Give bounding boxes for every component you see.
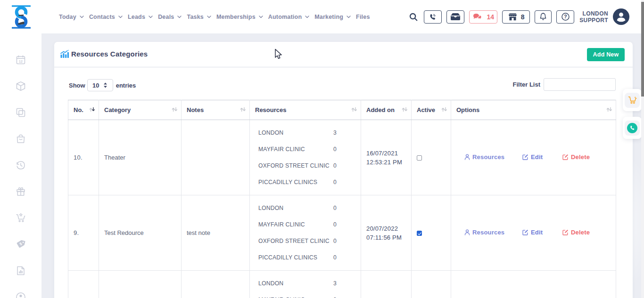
cell-category: Test Redource bbox=[99, 195, 182, 271]
table-body: 10. Theater LONDON3MAYFAIR CLINIC0OXFORD… bbox=[68, 120, 616, 298]
card-header: Resources Categories Add New bbox=[54, 42, 633, 67]
page-scrollbar[interactable] bbox=[641, 0, 644, 298]
sidebar-shopping-bag-icon[interactable] bbox=[15, 133, 26, 145]
phone-button[interactable] bbox=[424, 10, 442, 24]
nav-item-deals[interactable]: Deals bbox=[158, 14, 182, 20]
column-header-no-[interactable]: No. bbox=[68, 100, 99, 120]
sidebar-calendar-icon[interactable]: 12 bbox=[15, 54, 26, 65]
sidebar-package-icon[interactable] bbox=[15, 81, 26, 92]
nav-item-marketing[interactable]: Marketing bbox=[314, 14, 351, 20]
nav-item-today[interactable]: Today bbox=[59, 14, 84, 20]
scrollbar-thumb[interactable] bbox=[641, 2, 644, 97]
table-row: 10. Theater LONDON3MAYFAIR CLINIC0OXFORD… bbox=[68, 120, 616, 195]
sort-icon[interactable] bbox=[89, 106, 96, 113]
edit-link[interactable]: Edit bbox=[522, 153, 543, 161]
resource-name: OXFORD STREET CLINIC bbox=[258, 238, 333, 245]
sidebar-history-icon[interactable] bbox=[15, 160, 26, 171]
inbox-button[interactable] bbox=[446, 10, 464, 24]
resource-count: 3 bbox=[333, 129, 337, 137]
column-header-added-on[interactable]: Added on bbox=[361, 100, 412, 120]
store-button[interactable]: 8 bbox=[502, 10, 530, 24]
delete-link[interactable]: Delete bbox=[562, 229, 590, 236]
svg-text:?: ? bbox=[564, 14, 567, 19]
sidebar-price-tag-icon[interactable]: $ bbox=[15, 239, 26, 250]
sidebar-user-circle-icon[interactable] bbox=[15, 291, 26, 298]
cell-options: Resources Edit Delete bbox=[451, 271, 616, 298]
sidebar-cart-icon[interactable] bbox=[15, 212, 26, 224]
show-entries: Show 10 entries bbox=[69, 79, 136, 91]
resource-name: LONDON bbox=[258, 129, 333, 137]
sort-icon[interactable] bbox=[401, 106, 408, 113]
cart-widget-button[interactable] bbox=[625, 93, 640, 108]
sidebar-gift-icon[interactable] bbox=[15, 186, 26, 197]
floating-cart-widget bbox=[623, 89, 642, 111]
search-icon[interactable] bbox=[409, 12, 418, 22]
column-header-options[interactable]: Options bbox=[451, 100, 616, 120]
nav-item-files[interactable]: Files bbox=[356, 14, 370, 20]
add-new-button[interactable]: Add New bbox=[587, 48, 625, 61]
brand-logo-icon[interactable] bbox=[10, 4, 32, 30]
resources-link[interactable]: Resources bbox=[464, 153, 504, 161]
resource-row: OXFORD STREET CLINIC0 bbox=[258, 162, 361, 169]
chevron-down-icon bbox=[177, 16, 182, 18]
resource-name: LONDON bbox=[258, 280, 333, 287]
user-avatar[interactable] bbox=[613, 8, 629, 25]
help-button[interactable]: ? bbox=[556, 10, 574, 24]
chevron-down-icon bbox=[118, 16, 123, 18]
floating-phone-widget bbox=[623, 117, 642, 139]
column-header-active[interactable]: Active bbox=[412, 100, 451, 120]
cell-notes bbox=[182, 271, 250, 298]
chat-icon bbox=[472, 13, 483, 21]
top-navbar: TodayContactsLeadsDealsTasksMembershipsA… bbox=[0, 0, 644, 33]
resources-link[interactable]: Resources bbox=[464, 229, 504, 236]
resource-row: LONDON0 bbox=[258, 205, 361, 212]
resource-count: 0 bbox=[333, 179, 337, 186]
delete-icon bbox=[562, 229, 569, 235]
active-checkbox[interactable] bbox=[417, 231, 422, 236]
edit-link[interactable]: Edit bbox=[522, 229, 543, 236]
cart-orange-icon bbox=[628, 96, 637, 105]
table-row: 9. Test Redource test note LONDON0MAYFAI… bbox=[68, 195, 616, 271]
nav-item-contacts[interactable]: Contacts bbox=[89, 14, 123, 20]
filter-input[interactable] bbox=[544, 78, 616, 91]
store-count-badge: 8 bbox=[521, 13, 525, 21]
resource-row: PICCADILLY CLINICS0 bbox=[258, 179, 361, 186]
entries-label: entries bbox=[116, 82, 136, 89]
sort-icon[interactable] bbox=[351, 106, 358, 113]
nav-item-automation[interactable]: Automation bbox=[268, 14, 309, 20]
chevron-down-icon bbox=[207, 16, 211, 18]
sidebar-copy-icon[interactable] bbox=[15, 107, 26, 118]
show-label: Show bbox=[69, 82, 85, 89]
resources-categories-table: No.CategoryNotesResourcesAdded onActiveO… bbox=[68, 100, 616, 298]
column-header-notes[interactable]: Notes bbox=[182, 100, 250, 120]
sort-icon[interactable] bbox=[171, 106, 178, 113]
resource-count: 0 bbox=[333, 297, 337, 298]
nav-item-tasks[interactable]: Tasks bbox=[187, 14, 211, 20]
resource-name: LONDON bbox=[258, 205, 333, 212]
person-icon bbox=[464, 154, 470, 160]
store-icon bbox=[508, 13, 518, 21]
added-date: 20/07/2022 bbox=[366, 224, 411, 233]
resource-count: 0 bbox=[333, 146, 337, 153]
inbox-icon bbox=[451, 13, 460, 21]
active-checkbox[interactable] bbox=[417, 155, 422, 161]
page-size-select[interactable]: 10 bbox=[87, 79, 113, 91]
sort-icon[interactable] bbox=[606, 106, 613, 113]
delete-link[interactable]: Delete bbox=[562, 153, 590, 161]
cell-added-on: 16/07/2021 12:53:21 PM bbox=[361, 120, 412, 195]
filter-label: Filter List bbox=[512, 81, 540, 88]
column-header-resources[interactable]: Resources bbox=[250, 100, 361, 120]
chat-button[interactable]: 14 bbox=[469, 10, 497, 24]
resource-count: 0 bbox=[333, 205, 337, 212]
notifications-button[interactable] bbox=[535, 10, 552, 24]
resource-name: PICCADILLY CLINICS bbox=[258, 254, 333, 261]
sort-icon[interactable] bbox=[239, 106, 247, 113]
phone-widget-button[interactable] bbox=[625, 121, 640, 136]
nav-item-memberships[interactable]: Memberships bbox=[216, 14, 263, 20]
nav-item-leads[interactable]: Leads bbox=[128, 14, 153, 20]
cell-options: Resources Edit Delete bbox=[451, 195, 616, 271]
sidebar-report-icon[interactable] bbox=[15, 265, 26, 276]
column-header-category[interactable]: Category bbox=[99, 100, 182, 120]
sort-icon[interactable] bbox=[441, 106, 448, 113]
resource-count: 0 bbox=[333, 162, 337, 169]
